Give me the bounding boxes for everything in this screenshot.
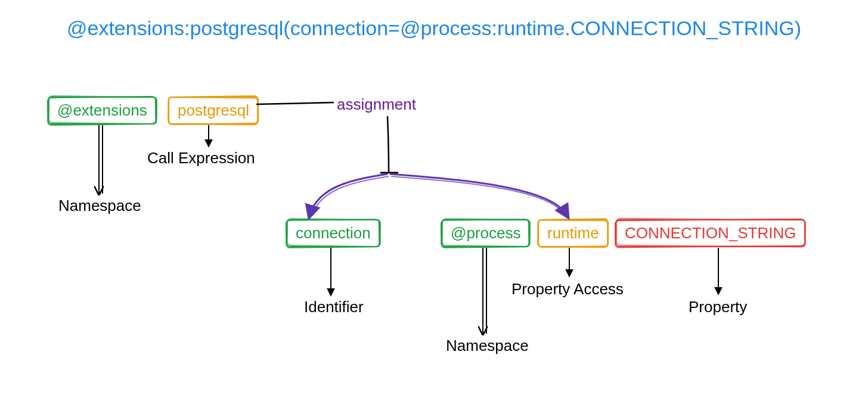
assignment-label: assignment (337, 95, 416, 114)
label-call-expression: Call Expression (147, 149, 255, 167)
node-connection: connection (286, 219, 380, 247)
label-property: Property (689, 298, 747, 316)
label-property-access: Property Access (512, 280, 624, 298)
node-postgresql: postgresql (168, 97, 259, 125)
node-process: @process (441, 219, 530, 247)
label-namespace-1: Namespace (58, 197, 141, 215)
expression-title: @extensions:postgresql(connection=@proce… (0, 17, 868, 40)
node-extensions: @extensions (48, 97, 157, 125)
node-runtime: runtime (538, 219, 609, 247)
label-namespace-2: Namespace (446, 337, 529, 355)
node-connection-string: CONNECTION_STRING (615, 219, 805, 247)
label-identifier: Identifier (304, 298, 364, 316)
